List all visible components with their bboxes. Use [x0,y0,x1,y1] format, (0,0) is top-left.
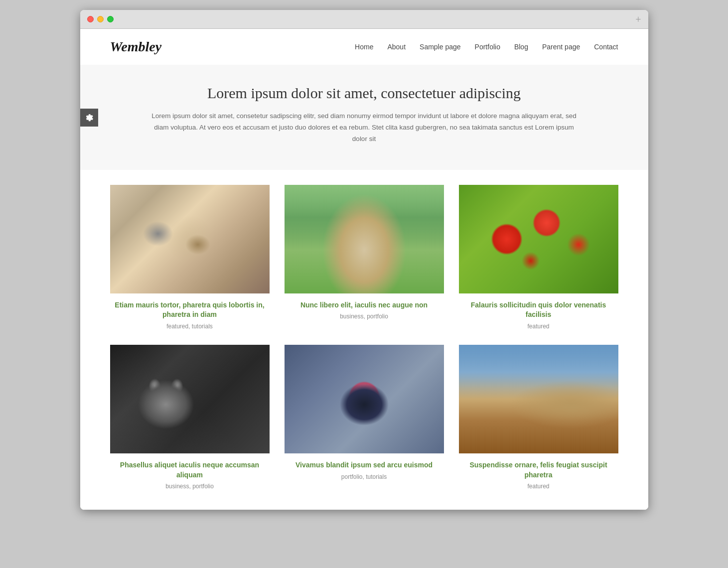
nav-link-portfolio[interactable]: Portfolio [475,43,500,51]
grid-image-4 [110,345,270,453]
hero-description: Lorem ipsum dolor sit amet, consetetur s… [150,111,579,145]
settings-gear-button[interactable] [80,109,98,127]
nav-item-sample[interactable]: Sample page [420,42,461,51]
nav-link-blog[interactable]: Blog [514,43,528,51]
nav-item-blog[interactable]: Blog [514,42,528,51]
image-cat-bw [110,345,270,453]
grid-tags-1: featured, tutorials [110,323,270,330]
grid-item-5[interactable]: Vivamus blandit ipsum sed arcu euismod p… [285,345,444,490]
grid-image-1 [110,185,270,293]
nav-link-about[interactable]: About [387,43,406,51]
grid-tags-6: featured [459,483,618,490]
grid-item-3[interactable]: Falauris sollicitudin quis dolor venenat… [459,185,618,330]
image-flowers [459,185,618,293]
grid-title-5: Vivamus blandit ipsum sed arcu euismod [285,460,444,470]
browser-window: + Wembley Home About Sample page Portfol… [80,10,648,510]
grid-title-4: Phasellus aliquet iaculis neque accumsan… [110,460,270,480]
grid-item-4[interactable]: Phasellus aliquet iaculis neque accumsan… [110,345,270,490]
grid-title-3: Falauris sollicitudin quis dolor venenat… [459,300,618,320]
grid-item-6[interactable]: Suspendisse ornare, felis feugiat suscip… [459,345,618,490]
main-nav: Wembley Home About Sample page Portfolio… [80,29,648,65]
grid-tags-5: portfolio, tutorials [285,473,444,480]
nav-item-portfolio[interactable]: Portfolio [475,42,500,51]
close-button[interactable] [87,16,94,22]
portfolio-grid: Etiam mauris tortor, pharetra quis lobor… [80,170,648,510]
nav-item-home[interactable]: Home [355,42,373,51]
nav-link-sample[interactable]: Sample page [420,43,461,51]
grid-image-2 [285,185,444,293]
nav-item-about[interactable]: About [387,42,406,51]
minimize-button[interactable] [97,16,104,22]
browser-titlebar: + [80,10,648,29]
grid-image-5 [285,345,444,453]
nav-link-parent[interactable]: Parent page [542,43,580,51]
grid-tags-3: featured [459,323,618,330]
nav-item-contact[interactable]: Contact [594,42,618,51]
hero-title: Lorem ipsum dolor sit amet, consectetuer… [140,85,588,102]
nav-links: Home About Sample page Portfolio Blog Pa… [355,42,618,51]
browser-dots [87,16,114,22]
grid-title-1: Etiam mauris tortor, pharetra quis lobor… [110,300,270,320]
grid-item-2[interactable]: Nunc libero elit, iaculis nec augue non … [285,185,444,330]
grid-title-6: Suspendisse ornare, felis feugiat suscip… [459,460,618,480]
image-hikers [459,345,618,453]
nav-link-home[interactable]: Home [355,43,373,51]
image-rose [285,345,444,453]
new-tab-button[interactable]: + [635,14,641,24]
image-pushup [285,185,444,293]
grid-tags-4: business, portfolio [110,483,270,490]
nav-item-parent[interactable]: Parent page [542,42,580,51]
grid-title-2: Nunc libero elit, iaculis nec augue non [285,300,444,310]
site-content: Wembley Home About Sample page Portfolio… [80,29,648,510]
hero-section: Lorem ipsum dolor sit amet, consectetuer… [80,65,648,170]
maximize-button[interactable] [107,16,114,22]
image-cats [110,185,270,293]
grid-image-3 [459,185,618,293]
site-logo[interactable]: Wembley [110,39,162,55]
nav-link-contact[interactable]: Contact [594,43,618,51]
grid-item-1[interactable]: Etiam mauris tortor, pharetra quis lobor… [110,185,270,330]
grid-tags-2: business, portfolio [285,313,444,320]
grid-image-6 [459,345,618,453]
